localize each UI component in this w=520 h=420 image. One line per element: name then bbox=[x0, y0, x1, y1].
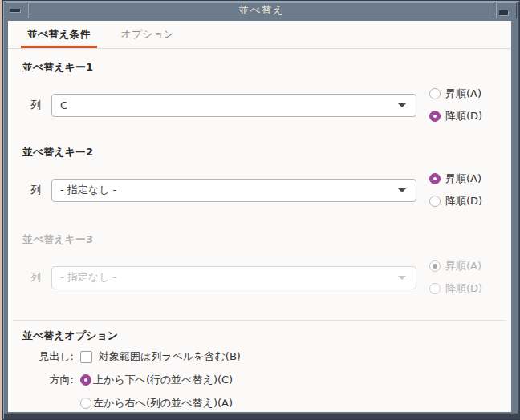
column-label: 列 bbox=[30, 183, 41, 197]
chevron-down-icon bbox=[398, 276, 406, 280]
sort-key-1-descending-option[interactable]: 降順(D) bbox=[429, 109, 497, 123]
range-contains-labels-label: 対象範囲は列ラベルを含む(B) bbox=[99, 349, 241, 364]
sort-key-1-row: 列 C 昇順(A) 降順(D) bbox=[22, 87, 497, 123]
descending-label: 降順(D) bbox=[445, 281, 482, 296]
sort-key-3-descending-option: 降順(D) bbox=[429, 281, 497, 296]
window-maximize-button[interactable] bbox=[496, 2, 517, 18]
dialog-content: 並べ替えキー1 列 C 昇順(A) 降順(D) bbox=[8, 60, 511, 412]
sort-key-2-ascending-option[interactable]: 昇順(A) bbox=[429, 172, 497, 186]
direction-top-to-bottom-radio[interactable] bbox=[80, 374, 91, 386]
chevron-down-icon bbox=[398, 188, 406, 192]
sort-key-3-ascending-option: 昇順(A) bbox=[429, 259, 497, 273]
sort-key-3-column-value: - 指定なし - bbox=[60, 270, 116, 285]
window-bottom-frame bbox=[4, 413, 518, 419]
sort-key-3-row: 列 - 指定なし - 昇順(A) 降順(D) bbox=[22, 259, 497, 296]
header-option-row: 見出し: 対象範囲は列ラベルを含む(B) bbox=[22, 349, 497, 364]
range-contains-labels-checkbox[interactable] bbox=[80, 351, 92, 363]
sort-key-3-section: 並べ替えキー3 列 - 指定なし - 昇順(A) 降 bbox=[22, 232, 497, 296]
sort-key-2-section: 並べ替えキー2 列 - 指定なし - 昇順(A) 降 bbox=[22, 145, 497, 208]
sort-key-1-section: 並べ替えキー1 列 C 昇順(A) 降順(D) bbox=[22, 60, 497, 123]
sort-key-1-order-group: 昇順(A) 降順(D) bbox=[429, 87, 497, 123]
descending-radio[interactable] bbox=[429, 111, 441, 122]
ascending-radio[interactable] bbox=[429, 88, 441, 99]
direction-left-to-right-label: 左から右へ(列の並べ替え)(A) bbox=[93, 396, 233, 410]
direction-top-to-bottom-label: 上から下へ(行の並べ替え)(C) bbox=[93, 373, 233, 387]
direction-left-to-right-row: 左から右へ(列の並べ替え)(A) bbox=[22, 396, 497, 410]
tab-bar: 並べ替え条件 オプション bbox=[8, 21, 511, 49]
direction-left-to-right-radio[interactable] bbox=[80, 398, 91, 409]
dialog-client-area: 並べ替え条件 オプション 並べ替えキー1 列 C 昇順(A) bbox=[8, 21, 511, 412]
sort-key-2-descending-option[interactable]: 降順(D) bbox=[429, 194, 497, 208]
sort-key-1-ascending-option[interactable]: 昇順(A) bbox=[429, 87, 497, 101]
descending-radio bbox=[429, 283, 441, 294]
descending-label: 降順(D) bbox=[445, 109, 482, 123]
titlebar[interactable]: 並べ替え bbox=[6, 2, 517, 18]
sort-key-1-column-value: C bbox=[60, 99, 67, 111]
tab-options[interactable]: オプション bbox=[116, 21, 180, 48]
ascending-label: 昇順(A) bbox=[445, 87, 481, 101]
sort-options-section: 並べ替えオプション 見出し: 対象範囲は列ラベルを含む(B) 方向: 上から下へ… bbox=[22, 329, 497, 410]
sort-key-3-heading: 並べ替えキー3 bbox=[22, 232, 497, 246]
ascending-label: 昇順(A) bbox=[445, 259, 481, 273]
descending-radio[interactable] bbox=[429, 196, 441, 207]
section-divider bbox=[13, 320, 506, 321]
ascending-radio bbox=[429, 260, 441, 272]
window-title: 並べ替え bbox=[28, 2, 494, 18]
direction-label: 方向: bbox=[22, 373, 74, 387]
sort-key-2-order-group: 昇順(A) 降順(D) bbox=[429, 172, 497, 208]
sort-key-3-column-select: - 指定なし - bbox=[51, 266, 416, 289]
sort-key-2-column-select[interactable]: - 指定なし - bbox=[51, 179, 416, 202]
window-menu-button[interactable] bbox=[6, 2, 26, 18]
sort-key-1-column-select[interactable]: C bbox=[51, 94, 416, 117]
column-label: 列 bbox=[30, 98, 41, 112]
sort-key-3-order-group: 昇順(A) 降順(D) bbox=[429, 259, 497, 296]
chevron-down-icon bbox=[398, 103, 406, 107]
tab-sort-criteria[interactable]: 並べ替え条件 bbox=[22, 21, 95, 48]
header-label: 見出し: bbox=[22, 349, 74, 364]
descending-label: 降順(D) bbox=[445, 194, 482, 208]
sort-key-2-row: 列 - 指定なし - 昇順(A) 降順(D) bbox=[22, 172, 497, 208]
direction-top-to-bottom-row: 方向: 上から下へ(行の並べ替え)(C) bbox=[22, 373, 497, 387]
column-label: 列 bbox=[30, 270, 41, 285]
ascending-label: 昇順(A) bbox=[445, 172, 481, 186]
sort-options-heading: 並べ替えオプション bbox=[22, 329, 497, 342]
sort-dialog-window: 並べ替え 並べ替え条件 オプション 並べ替えキー1 列 C bbox=[2, 0, 520, 420]
sort-key-2-column-value: - 指定なし - bbox=[60, 183, 116, 197]
sort-key-2-heading: 並べ替えキー2 bbox=[22, 145, 497, 159]
sort-key-1-heading: 並べ替えキー1 bbox=[22, 60, 497, 74]
ascending-radio[interactable] bbox=[429, 173, 441, 184]
